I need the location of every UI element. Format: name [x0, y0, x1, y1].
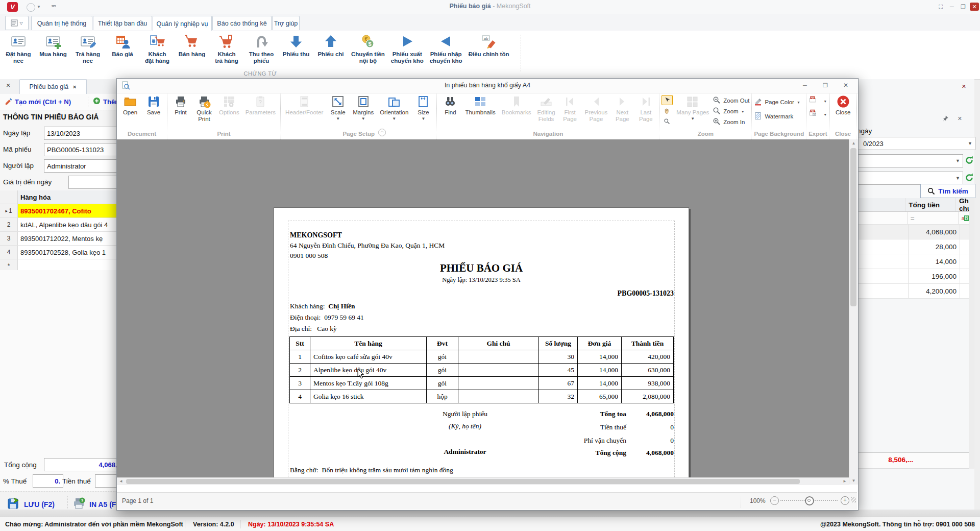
hand-tool-button[interactable] [662, 106, 672, 115]
watermark-button[interactable]: Watermark [754, 111, 793, 122]
welcome-text: Chào mừng: Administrator đến với phần mề… [5, 521, 183, 528]
margins-button[interactable]: Margins▼ [350, 94, 376, 122]
ribbon-button-dat-hang-ncc[interactable]: Đặt hàng ncc [1, 32, 36, 65]
filter-equals-icon[interactable]: = [908, 212, 959, 224]
collapse-group-icon[interactable]: ◠ [378, 129, 386, 136]
dialog-toolbar: OpenSaveDocumentPrintQuick PrintOptions?… [117, 93, 858, 140]
tax-percent-label: % Thuế [3, 477, 27, 485]
close-icon[interactable]: ✕ [962, 83, 966, 90]
save-button[interactable]: Save [142, 94, 165, 117]
zoom-slider-thumb[interactable] [805, 496, 814, 505]
list-icon [11, 19, 18, 27]
ribbon-button-dieu-chinh-ton[interactable]: abĐiều chỉnh tồn [465, 32, 512, 59]
scroll-up-icon[interactable]: ▲ [849, 139, 858, 147]
fullscreen-icon[interactable]: ⛶ [936, 3, 945, 11]
close-preview-button[interactable]: Close [832, 94, 854, 117]
find-button[interactable]: Find [439, 94, 461, 117]
dialog-titlebar[interactable]: In phiếu bán hàng khổ giấy A4 ─ ❐ ✕ [117, 79, 858, 93]
ribbon-button-phieu-thu[interactable]: Phiếu thu [279, 32, 313, 59]
pointer-tool-button[interactable] [662, 95, 673, 105]
size-button[interactable]: Size▼ [412, 94, 434, 122]
export-pdf-button[interactable]: PDF ▼ [808, 96, 827, 106]
scroll-left-icon[interactable]: ◄ [117, 478, 125, 485]
ribbon-button-phieu-xuat-chuyen-kho[interactable]: Phiếu xuất chuyển kho [388, 32, 427, 65]
toolbar-button-label: Bookmarks [502, 109, 531, 116]
page-color-icon [754, 98, 762, 107]
scroll-down-icon[interactable]: ▼ [849, 477, 858, 485]
horizontal-scrollbar[interactable]: ◄ ► [117, 477, 849, 485]
options-button: Options [216, 94, 242, 117]
quick-print-button[interactable]: Quick Print [193, 94, 215, 124]
ribbon-button-mua-hang[interactable]: Mua hàng [36, 32, 70, 59]
scrollbar[interactable] [969, 198, 974, 469]
tax-percent-input[interactable]: 0. [33, 474, 63, 488]
invoice-total-label: Tổng cộng [504, 449, 626, 457]
ribbon-button-phieu-nhap-chuyen-kho[interactable]: Phiếu nhập chuyển kho [427, 32, 465, 65]
page-color-button[interactable]: Page Color ▼ [754, 97, 800, 107]
scrollbar-thumb[interactable] [126, 479, 800, 484]
ribbon-button-khach-dat-hang[interactable]: Khách đặt hàng [140, 32, 175, 65]
previous-page-button: Previous Page [582, 94, 610, 124]
svg-text:ab: ab [483, 36, 488, 41]
toolbar-button-label: Scale [331, 109, 346, 116]
scale-button[interactable]: Scale▼ [327, 94, 349, 122]
close-icon[interactable]: ✕ [4, 82, 13, 91]
app-menu-button[interactable]: ▽ [5, 16, 29, 30]
scroll-right-icon[interactable]: ► [841, 478, 849, 485]
ribbon-button-tra-hang-ncc[interactable]: Trả hàng ncc [70, 32, 105, 65]
ribbon-button-bao-gia[interactable]: Báo giá [105, 32, 140, 59]
thumbnails-button[interactable]: Thumbnails [462, 94, 498, 117]
zoom-in-button[interactable]: + [841, 496, 849, 505]
open-button[interactable]: Open [119, 94, 141, 117]
send-pdf-email-button[interactable]: PDF ▼ [808, 109, 827, 119]
tab-quan-ly-nghiep-vu[interactable]: Quản lý nghiệp vụ [153, 16, 212, 31]
tab-tro-giup[interactable]: Trợ giúp [272, 16, 300, 30]
close-panel-icon[interactable]: ✕ [958, 115, 962, 122]
invoice-row: 4Golia kẹo 16 stickhộp3265,0002,080,000 [290, 390, 674, 403]
maximize-icon[interactable]: ❐ [820, 82, 830, 90]
ribbon-button-thu-theo-phieu[interactable]: Thu theo phiếu [244, 32, 279, 65]
document-tab-phieu-bao-gia[interactable]: Phiếu báo giá ✕ [19, 79, 87, 94]
ribbon-button-label: Phiếu xuất chuyển kho [391, 51, 424, 64]
refresh-icon[interactable] [964, 173, 974, 183]
total-label: Tổng cộng [4, 461, 37, 469]
minimize-icon[interactable]: ─ [800, 82, 810, 90]
pin-icon[interactable] [941, 115, 949, 124]
close-icon[interactable]: ✕ [841, 82, 851, 90]
maximize-icon[interactable]: ❐ [959, 3, 968, 11]
mouse-cursor [357, 369, 364, 381]
close-tab-icon[interactable]: ✕ [72, 84, 77, 90]
col-header-tong-tien[interactable]: Tổng tiền [905, 198, 956, 211]
zoom-out-button[interactable]: − [770, 496, 779, 505]
zoom-out-button[interactable]: Zoom Out [713, 95, 749, 106]
many-pages-button[interactable]: Many Pages ▼ [674, 94, 712, 122]
tab-quan-tri-he-thong[interactable]: Quản trị hệ thống [31, 16, 92, 30]
ribbon-button-ban-hang[interactable]: Bán hàng [175, 32, 209, 59]
resize-grip[interactable] [851, 497, 856, 502]
zoom-in-button[interactable]: Zoom In [713, 117, 749, 127]
svg-text:?: ? [81, 498, 84, 503]
invoice-cell: 630,000 [622, 364, 674, 377]
zoom-out-icon [713, 96, 721, 105]
create-new-button[interactable]: Tạo mới (Ctrl + N) [5, 97, 71, 106]
magnifier-tool-button[interactable] [662, 116, 672, 126]
orientation-button[interactable]: Orientation▼ [377, 94, 411, 122]
scrollbar-thumb[interactable] [850, 148, 856, 306]
invoice-address: 64 Nguyễn Đình Chiểu, Phường Đa Kao, Quậ… [290, 242, 445, 250]
invoice-table: SttTên hàngĐvtGhi chúSố lượngĐơn giáThàn… [289, 336, 674, 403]
chevron-down-icon: ▼ [741, 110, 745, 113]
ribbon-toolbar: Đặt hàng nccMua hàngTrả hàng nccBáo giáK… [1, 32, 512, 65]
search-button[interactable]: Tìm kiếm [920, 184, 975, 198]
minimize-icon[interactable]: ─ [947, 3, 957, 11]
ribbon-button-phieu-chi[interactable]: Phiếu chi [313, 32, 348, 59]
close-icon[interactable]: ✕ [970, 3, 979, 11]
ribbon-button-chuyen-tien-noi-bo[interactable]: €$Chuyển tiền nội bộ [348, 32, 388, 65]
zoom-dropdown[interactable]: Zoom ▼ [713, 106, 749, 116]
refresh-icon[interactable] [964, 155, 974, 165]
print-button[interactable]: Print [169, 94, 192, 117]
tab-thiet-lap-ban-dau[interactable]: Thiết lập ban đầu [93, 16, 152, 30]
uturn-icon [253, 33, 270, 50]
tab-bao-cao-thong-ke[interactable]: Báo cáo thống kê [212, 16, 272, 30]
vertical-scrollbar[interactable]: ▲ ▼ [849, 139, 858, 485]
ribbon-button-khach-tra-hang[interactable]: Khách trả hàng [209, 32, 244, 65]
